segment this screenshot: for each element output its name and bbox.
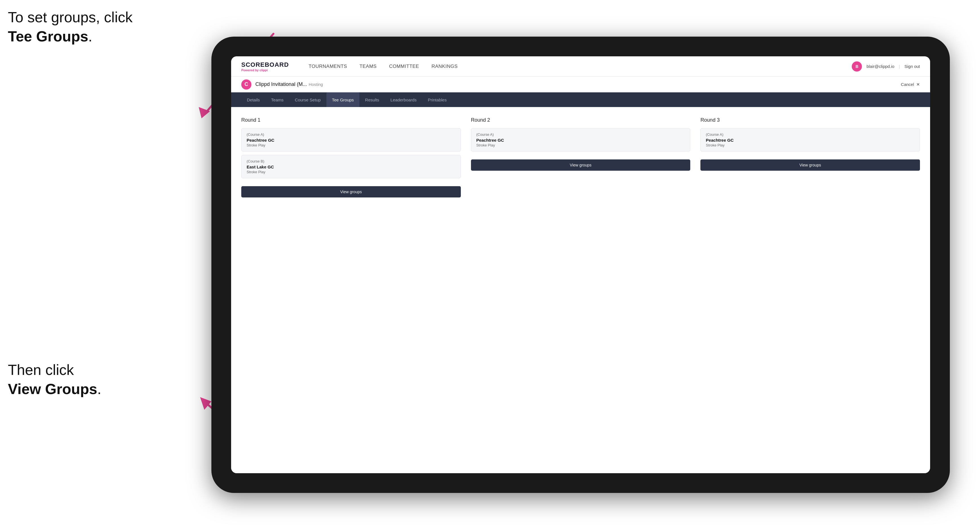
- logo-sub: Powered by clippi: [241, 68, 289, 72]
- nav-right: B blair@clippd.io | Sign out: [852, 61, 920, 71]
- round-1-course-b-format: Stroke Play: [247, 170, 455, 174]
- round-2-course-a-format: Stroke Play: [476, 143, 685, 147]
- instruction-top: To set groups, click Tee Groups.: [8, 8, 132, 46]
- round-1-course-b-name: East Lake GC: [247, 165, 455, 169]
- round-3-column: Round 3 (Course A) Peachtree GC Stroke P…: [700, 117, 920, 197]
- tab-bar: Details Teams Course Setup Tee Groups Re…: [231, 92, 930, 107]
- round-2-column: Round 2 (Course A) Peachtree GC Stroke P…: [471, 117, 690, 197]
- tab-course-setup[interactable]: Course Setup: [289, 92, 326, 107]
- round-1-course-a-name: Peachtree GC: [247, 138, 455, 143]
- round-1-course-a-card: (Course A) Peachtree GC Stroke Play: [241, 128, 461, 152]
- main-content: Round 1 (Course A) Peachtree GC Stroke P…: [231, 107, 930, 473]
- round-1-course-b-card: (Course B) East Lake GC Stroke Play: [241, 155, 461, 178]
- tab-printables[interactable]: Printables: [422, 92, 452, 107]
- round-2-view-groups-button[interactable]: View groups: [471, 159, 690, 171]
- tournament-logo: C: [241, 79, 251, 90]
- nav-tournaments[interactable]: TOURNAMENTS: [302, 56, 353, 76]
- round-2-course-a-card: (Course A) Peachtree GC Stroke Play: [471, 128, 690, 152]
- tab-teams[interactable]: Teams: [266, 92, 289, 107]
- round-3-title: Round 3: [700, 117, 920, 123]
- tab-tee-groups[interactable]: Tee Groups: [326, 92, 360, 107]
- round-1-course-b-label: (Course B): [247, 159, 455, 163]
- cancel-button[interactable]: Cancel ✕: [901, 82, 920, 87]
- logo-area: SCOREBOARD Powered by clippi: [241, 61, 289, 72]
- round-1-course-a-format: Stroke Play: [247, 143, 455, 147]
- tournament-hosting: Hosting: [309, 82, 323, 87]
- round-2-course-a-name: Peachtree GC: [476, 138, 685, 143]
- rounds-container: Round 1 (Course A) Peachtree GC Stroke P…: [241, 117, 920, 197]
- round-2-course-a-label: (Course A): [476, 132, 685, 137]
- round-3-course-a-card: (Course A) Peachtree GC Stroke Play: [700, 128, 920, 152]
- tablet-frame: SCOREBOARD Powered by clippi TOURNAMENTS…: [212, 37, 950, 493]
- round-1-column: Round 1 (Course A) Peachtree GC Stroke P…: [241, 117, 461, 197]
- round-1-course-a-label: (Course A): [247, 132, 455, 137]
- nav-teams[interactable]: TEAMS: [353, 56, 383, 76]
- round-3-view-groups-button[interactable]: View groups: [700, 159, 920, 171]
- sign-out-link[interactable]: Sign out: [904, 64, 920, 69]
- top-nav: SCOREBOARD Powered by clippi TOURNAMENTS…: [231, 56, 930, 76]
- tab-leaderboards[interactable]: Leaderboards: [385, 92, 422, 107]
- instruction-bottom-line2: View Groups: [8, 381, 97, 397]
- cancel-icon: ✕: [916, 82, 920, 87]
- round-1-title: Round 1: [241, 117, 461, 123]
- tab-details[interactable]: Details: [241, 92, 266, 107]
- nav-rankings[interactable]: RANKINGS: [425, 56, 464, 76]
- user-email: blair@clippd.io: [866, 64, 894, 69]
- round-2-title: Round 2: [471, 117, 690, 123]
- nav-committee[interactable]: COMMITTEE: [383, 56, 425, 76]
- logo-text: SCOREBOARD: [241, 61, 289, 68]
- tab-results[interactable]: Results: [360, 92, 385, 107]
- round-3-course-a-label: (Course A): [706, 132, 915, 137]
- nav-links: TOURNAMENTS TEAMS COMMITTEE RANKINGS: [302, 56, 852, 76]
- tournament-name: Clippd Invitational (M...: [255, 81, 307, 87]
- svg-marker-3: [200, 397, 212, 410]
- instruction-top-line1: To set groups, click: [8, 9, 132, 25]
- tablet-screen: SCOREBOARD Powered by clippi TOURNAMENTS…: [231, 56, 930, 473]
- round-3-course-a-name: Peachtree GC: [706, 138, 915, 143]
- user-avatar: B: [852, 61, 862, 71]
- round-3-course-a-format: Stroke Play: [706, 143, 915, 147]
- sub-header: C Clippd Invitational (M... Hosting Canc…: [231, 76, 930, 92]
- instruction-bottom-line1: Then click: [8, 362, 74, 378]
- round-1-view-groups-button[interactable]: View groups: [241, 186, 461, 197]
- instruction-top-line2: Tee Groups: [8, 28, 88, 44]
- instruction-bottom: Then click View Groups.: [8, 360, 101, 398]
